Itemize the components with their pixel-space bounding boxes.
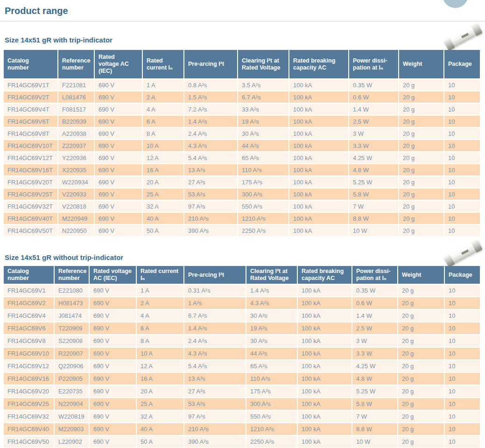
table-row: FR14GC69V1E221080690 V1 A0.31 A²s1.4 A²s… [4, 285, 481, 297]
table-row: FR14GC69V12Q220906690 V12 A5.4 A²s65 A²s… [4, 360, 481, 373]
table-cell: 390 A²s [184, 225, 238, 237]
table-row: FR14GC69V12TY220936690 V12 A5.4 A²s65 A²… [4, 152, 481, 164]
table-cell: 3.3 W [349, 140, 399, 152]
table-cell: 33 A²s [238, 104, 289, 116]
table-cell: 100 kA [298, 348, 352, 360]
table-cell: 1.5 A²s [184, 91, 238, 104]
column-header: Power dissi- pation at Iₙ [352, 266, 398, 285]
table-cell: FR14GC69V10 [4, 348, 55, 360]
table-cell: 13 A²s [184, 164, 238, 176]
table-cell: 100 kA [298, 297, 352, 310]
table-cell: 3 W [349, 128, 399, 140]
table-cell: 10 [445, 360, 481, 373]
table-cell: 4.8 W [349, 164, 399, 176]
table-cell: 8 A [137, 335, 184, 348]
table-cell: 2250 A²s [246, 436, 298, 448]
table-cell: 7 W [352, 411, 398, 423]
table-row: FR14GC69V32TV220818690 V32 A97 A²s550 A²… [4, 201, 481, 213]
table-cell: 10 [445, 322, 481, 335]
product-table-with-trip-indicator: Catalog numberReference numberRated volt… [4, 50, 481, 237]
table-cell: FR14GC69V25T [4, 189, 58, 201]
table-cell: 32 A [137, 411, 184, 423]
table-cell: 27 A²s [184, 385, 246, 398]
column-header: Rated breaking capacity AC [289, 50, 349, 79]
table-cell: 100 kA [289, 225, 349, 237]
table-cell: 1.4 A²s [246, 285, 298, 297]
table-cell: 20 g [399, 116, 444, 128]
table-cell: 20 g [399, 213, 444, 225]
table-cell: FR14GC69V8T [4, 128, 58, 140]
column-header: Rated breaking capacity AC [298, 266, 352, 285]
table-cell: 16 A [143, 164, 184, 176]
table-cell: 690 V [95, 164, 143, 176]
table-cell: 690 V [90, 348, 137, 360]
table-row: FR14GC69V25N220904690 V25 A53 A²s300 A²s… [4, 398, 481, 411]
table-cell: 20 g [399, 79, 444, 91]
table-cell: 3.5 A²s [238, 79, 289, 91]
table-cell: 100 kA [289, 152, 349, 164]
table-cell: M220903 [55, 423, 90, 436]
table-cell: T220909 [55, 322, 90, 335]
table-cell: 1.4 W [349, 104, 399, 116]
table-cell: 20 g [398, 423, 445, 436]
table-cell: A220938 [58, 128, 95, 140]
table-cell: FR14GC69V20 [4, 385, 55, 398]
table-cell: FR14GC69V16T [4, 164, 58, 176]
table-cell: 100 kA [298, 310, 352, 322]
table-cell: 100 kA [298, 335, 352, 348]
table-cell: 6 A [143, 116, 184, 128]
table-cell: 25 A [137, 398, 184, 411]
table-row: FR14GC69V8TA220938690 V8 A2.4 A²s30 A²s1… [4, 128, 481, 140]
table-cell: 690 V [90, 398, 137, 411]
table-cell: 10 [444, 164, 481, 176]
table-cell: FR14GC69V32 [4, 411, 55, 423]
table-cell: 210 A²s [184, 213, 238, 225]
table-cell: Z220937 [58, 140, 95, 152]
table-cell: 20 g [398, 310, 445, 322]
table-cell: X220935 [58, 164, 95, 176]
column-header: Package [444, 50, 481, 79]
table-row: FR14GC69V10R220907690 V10 A4.3 A²s44 A²s… [4, 348, 481, 360]
table-cell: 690 V [95, 91, 143, 104]
column-header: Clearing I²t at Rated Voltage [238, 50, 289, 79]
table-cell: 20 g [399, 225, 444, 237]
fuse-product-photo [444, 24, 482, 49]
table-cell: 40 A [143, 213, 184, 225]
table-cell: 10 W [352, 436, 398, 448]
table-cell: 6.7 A²s [184, 310, 246, 322]
table-cell: 110 A²s [246, 373, 298, 385]
table-row: FR14GC69V40TM220949690 V40 A210 A²s1210 … [4, 213, 481, 225]
column-header: Rated voltage AC (IEC) [95, 50, 143, 79]
table-cell: FR14GC69V1T [4, 79, 58, 91]
table-cell: 100 kA [298, 373, 352, 385]
table-cell: FR14GC69V12 [4, 360, 55, 373]
table-cell: 20 g [399, 164, 444, 176]
table-cell: 13 A²s [184, 373, 246, 385]
section-subtitle-with-trip-indicator: Size 14x51 gR with trip-indicator [5, 36, 112, 44]
table-cell: 690 V [95, 140, 143, 152]
table-cell: 4.3 A²s [246, 297, 298, 310]
table-cell: 690 V [90, 322, 137, 335]
table-cell: 20 g [399, 140, 444, 152]
table-cell: 50 A [143, 225, 184, 237]
table-cell: 44 A²s [238, 140, 289, 152]
table-cell: 100 kA [298, 285, 352, 297]
table-cell: 5.8 W [349, 189, 399, 201]
table-row: FR14GC69V2TL081476690 V2 A1.5 A²s6.7 A²s… [4, 91, 481, 104]
table-cell: 2.4 A²s [184, 335, 246, 348]
table-cell: 20 g [398, 385, 445, 398]
table-cell: 65 A²s [246, 360, 298, 373]
table-cell: 690 V [90, 285, 137, 297]
table-row: FR14GC69V4TF081517690 V4 A7.2 A²s33 A²s1… [4, 104, 481, 116]
table-cell: 30 A²s [246, 335, 298, 348]
table-cell: 2.5 W [349, 116, 399, 128]
table-cell: F081517 [58, 104, 95, 116]
table-cell: 690 V [95, 116, 143, 128]
table-cell: 20 g [398, 373, 445, 385]
table-cell: 4.8 W [352, 373, 398, 385]
table-cell: E220735 [55, 385, 90, 398]
table-cell: 27 A²s [184, 176, 238, 189]
table-cell: 2 A [143, 91, 184, 104]
table-cell: 50 A [137, 436, 184, 448]
table-cell: 20 g [399, 201, 444, 213]
